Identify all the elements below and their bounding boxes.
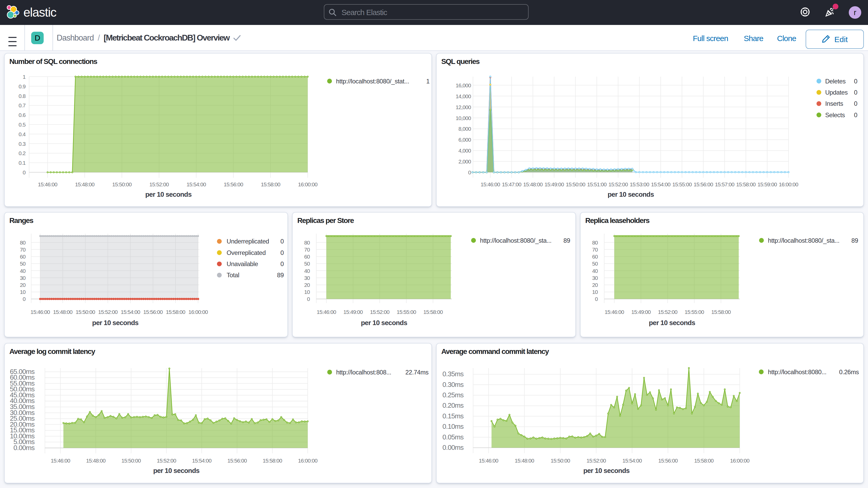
svg-text:15:52:00: 15:52:00 [149, 181, 169, 187]
svg-text:15:50:00: 15:50:00 [75, 309, 95, 315]
svg-text:1: 1 [426, 78, 430, 85]
svg-text:Selects: Selects [825, 111, 845, 118]
svg-text:15:50:00: 15:50:00 [551, 457, 570, 463]
svg-text:0: 0 [468, 169, 471, 175]
svg-text:2,000: 2,000 [458, 158, 471, 164]
svg-text:70: 70 [592, 246, 598, 252]
svg-text:15:54:00: 15:54:00 [187, 181, 206, 187]
svg-text:Underreplicated: Underreplicated [227, 238, 269, 245]
svg-text:0: 0 [854, 100, 857, 107]
svg-text:15:53:00: 15:53:00 [630, 181, 649, 187]
svg-text:0.6: 0.6 [19, 112, 26, 118]
svg-text:15:56:00: 15:56:00 [227, 457, 247, 463]
svg-text:0: 0 [280, 260, 284, 267]
svg-text:16:00:00: 16:00:00 [298, 457, 317, 463]
svg-text:89: 89 [277, 272, 284, 279]
svg-text:30: 30 [304, 275, 310, 281]
svg-text:0: 0 [854, 78, 857, 85]
svg-text:16,000: 16,000 [456, 82, 471, 88]
svg-text:0.1: 0.1 [19, 159, 26, 165]
svg-text:40: 40 [20, 268, 26, 274]
svg-text:89: 89 [851, 237, 858, 244]
svg-text:15:46:00: 15:46:00 [480, 181, 500, 187]
svg-text:80: 80 [20, 239, 26, 245]
svg-text:70: 70 [304, 246, 310, 252]
svg-text:15:47:00: 15:47:00 [502, 181, 521, 187]
svg-text:20: 20 [592, 282, 598, 288]
svg-text:0: 0 [595, 296, 598, 302]
svg-text:15:56:00: 15:56:00 [143, 309, 163, 315]
svg-text:65.00ms: 65.00ms [10, 367, 35, 375]
svg-text:per 10 seconds: per 10 seconds [361, 318, 407, 326]
svg-text:16:00:00: 16:00:00 [779, 181, 798, 187]
svg-text:10: 10 [592, 289, 598, 295]
svg-text:10,000: 10,000 [456, 115, 471, 121]
svg-text:60: 60 [304, 254, 310, 260]
svg-text:80: 80 [304, 239, 310, 245]
svg-text:Deletes: Deletes [825, 78, 846, 85]
svg-text:per 10 seconds: per 10 seconds [649, 318, 695, 326]
svg-text:15:48:00: 15:48:00 [86, 457, 105, 463]
svg-text:15:52:00: 15:52:00 [370, 309, 390, 315]
svg-text:15:46:00: 15:46:00 [38, 181, 57, 187]
svg-text:30: 30 [20, 275, 26, 281]
svg-text:12,000: 12,000 [456, 104, 471, 110]
svg-text:15:58:00: 15:58:00 [261, 181, 280, 187]
svg-text:80: 80 [592, 239, 598, 245]
svg-text:16:00:00: 16:00:00 [730, 457, 749, 463]
svg-text:15:55:00: 15:55:00 [672, 181, 692, 187]
svg-text:0.10ms: 0.10ms [442, 422, 464, 430]
svg-text:0.3: 0.3 [19, 141, 26, 147]
svg-text:15:54:00: 15:54:00 [121, 309, 140, 315]
svg-text:0: 0 [307, 296, 310, 302]
svg-text:15:49:00: 15:49:00 [631, 309, 651, 315]
svg-text:15:58:00: 15:58:00 [263, 457, 282, 463]
svg-text:0: 0 [23, 296, 26, 302]
svg-text:15:58:00: 15:58:00 [166, 309, 185, 315]
svg-text:Total: Total [227, 272, 239, 279]
svg-text:15:54:00: 15:54:00 [622, 457, 642, 463]
svg-text:40: 40 [592, 268, 598, 274]
svg-text:0: 0 [854, 89, 857, 96]
svg-text:http://localhost:8080...: http://localhost:8080... [768, 368, 827, 375]
svg-text:0.9: 0.9 [19, 83, 26, 89]
svg-text:15:58:00: 15:58:00 [711, 309, 731, 315]
svg-text:http://localhost:8080/_stat...: http://localhost:8080/_stat... [336, 78, 409, 85]
svg-text:per 10 seconds: per 10 seconds [583, 466, 629, 474]
svg-text:0.25ms: 0.25ms [442, 391, 464, 399]
svg-text:0.30ms: 0.30ms [442, 380, 464, 388]
svg-text:0.26ms: 0.26ms [839, 368, 859, 375]
svg-text:Updates: Updates [825, 89, 848, 96]
svg-text:16:00:00: 16:00:00 [188, 309, 208, 315]
svg-text:15:46:00: 15:46:00 [605, 309, 624, 315]
svg-text:10: 10 [304, 289, 310, 295]
svg-text:16:00:00: 16:00:00 [298, 181, 317, 187]
svg-text:per 10 seconds: per 10 seconds [608, 190, 654, 198]
svg-text:http://localhost:808...: http://localhost:808... [336, 368, 391, 375]
svg-text:per 10 seconds: per 10 seconds [92, 318, 138, 326]
svg-text:50: 50 [304, 261, 310, 267]
svg-text:0.5: 0.5 [19, 121, 26, 127]
svg-text:Unavailable: Unavailable [227, 260, 258, 267]
svg-text:10: 10 [20, 289, 26, 295]
svg-text:0: 0 [854, 111, 857, 118]
svg-text:22.74ms: 22.74ms [405, 368, 429, 375]
svg-text:15:58:00: 15:58:00 [423, 309, 443, 315]
svg-text:15:56:00: 15:56:00 [693, 181, 713, 187]
svg-text:15:48:00: 15:48:00 [515, 457, 534, 463]
svg-text:15:48:00: 15:48:00 [523, 181, 542, 187]
svg-text:15:49:00: 15:49:00 [343, 309, 363, 315]
svg-text:0.7: 0.7 [19, 102, 26, 108]
svg-text:0.15ms: 0.15ms [442, 412, 464, 420]
svg-text:15:46:00: 15:46:00 [51, 457, 70, 463]
svg-text:4,000: 4,000 [458, 147, 471, 153]
svg-text:0.20ms: 0.20ms [442, 401, 464, 409]
svg-text:15:50:00: 15:50:00 [121, 457, 141, 463]
svg-text:70: 70 [20, 246, 26, 252]
svg-text:6,000: 6,000 [458, 136, 471, 143]
svg-text:15:51:00: 15:51:00 [587, 181, 607, 187]
svg-text:15:56:00: 15:56:00 [658, 457, 678, 463]
svg-text:15:54:00: 15:54:00 [651, 181, 671, 187]
svg-text:0: 0 [23, 169, 26, 175]
svg-text:15:46:00: 15:46:00 [479, 457, 498, 463]
